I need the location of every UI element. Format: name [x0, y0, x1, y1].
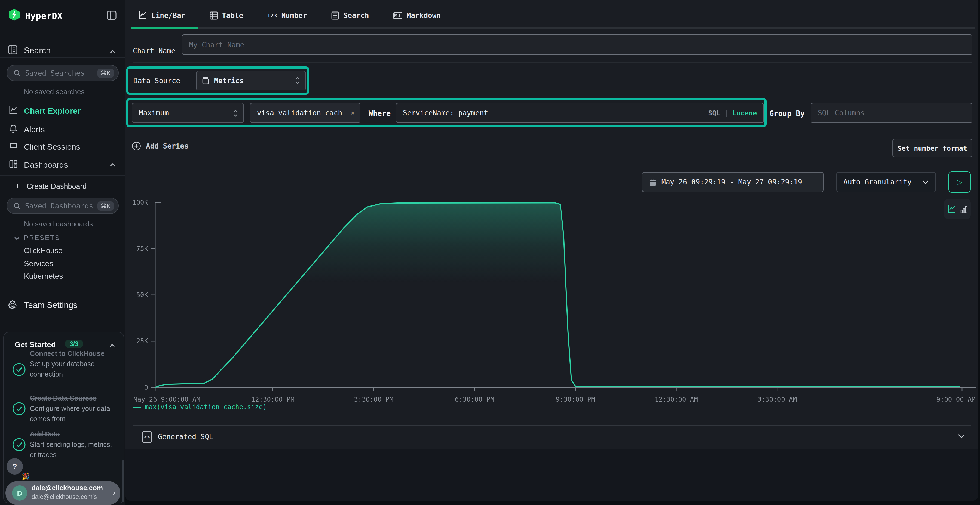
user-menu[interactable]: D dale@clickhouse.com dale@clickhouse.co…: [5, 481, 120, 505]
where-input[interactable]: ServiceName: payment SQL|Lucene: [396, 103, 764, 123]
granularity-select[interactable]: Auto Granularity: [836, 172, 936, 192]
user-email: dale@clickhouse.com: [32, 484, 103, 492]
chevron-down-icon: [922, 180, 929, 184]
avatar: D: [12, 485, 27, 501]
tab-label: Line/Bar: [151, 11, 185, 19]
number-123-icon: 123: [267, 12, 277, 18]
lucene-toggle[interactable]: Lucene: [732, 109, 757, 117]
sidebar-collapse-icon[interactable]: [107, 10, 116, 20]
chevron-up-icon[interactable]: [109, 48, 116, 56]
aggregation-select[interactable]: Maximum: [132, 103, 244, 123]
data-source-select[interactable]: Metrics: [196, 71, 306, 91]
line-chart-icon: [138, 11, 147, 20]
set-number-format-button[interactable]: Set number format: [892, 139, 972, 157]
data-source-label: Data Source: [134, 77, 180, 85]
sidebar-item-label: Chart Explorer: [24, 106, 81, 115]
metric-chip[interactable]: visa_validation_cach ✕: [250, 103, 360, 123]
add-series-button[interactable]: Add Series: [132, 141, 189, 151]
get-started-item-title: Connect to ClickHouse: [30, 349, 117, 359]
where-value: ServiceName: payment: [403, 109, 488, 117]
no-saved-searches-text: No saved searches: [24, 87, 85, 96]
user-subtitle: dale@clickhouse.com's: [32, 494, 97, 500]
preset-services[interactable]: Services: [24, 259, 53, 268]
chart-legend[interactable]: max(visa_validation_cache.size): [134, 403, 267, 411]
no-saved-dashboards-text: No saved dashboards: [24, 220, 93, 228]
create-dashboard-button[interactable]: + Create Dashboard: [15, 181, 87, 191]
saved-dashboards-input[interactable]: Saved Dashboards ⌘K: [6, 197, 119, 214]
tab-table[interactable]: Table: [202, 4, 251, 26]
generated-sql-label: Generated SQL: [158, 433, 213, 441]
svg-text:12:30:00 AM: 12:30:00 AM: [655, 395, 698, 403]
svg-text:25K: 25K: [136, 337, 148, 345]
tab-label: Search: [344, 11, 369, 19]
sidebar-item-chart-explorer[interactable]: Chart Explorer: [0, 103, 125, 119]
check-circle-icon: [12, 362, 26, 376]
sidebar: HyperDX Search Saved Searches ⌘K No save…: [0, 0, 125, 505]
group-by-label: Group By: [769, 109, 805, 118]
sidebar-scrollbar[interactable]: [123, 460, 124, 502]
divider: [133, 62, 972, 63]
chevron-down-icon[interactable]: [958, 434, 965, 438]
tab-markdown[interactable]: Markdown: [385, 4, 449, 26]
sql-toggle[interactable]: SQL: [708, 109, 720, 117]
document-list-icon: [331, 11, 339, 19]
svg-text:3:30:00 AM: 3:30:00 AM: [757, 395, 797, 403]
tab-number[interactable]: 123 Number: [260, 4, 315, 26]
search-icon: [14, 202, 21, 209]
group-by-placeholder: SQL Columns: [818, 109, 865, 117]
get-started-item[interactable]: Add Data Start sending logs, metrics, or…: [30, 429, 117, 461]
close-icon[interactable]: ✕: [351, 110, 355, 116]
query-language-toggle: SQL|Lucene: [708, 109, 757, 117]
shortcut-badge: ⌘K: [97, 201, 114, 210]
chart-name-input[interactable]: My Chart Name: [182, 34, 972, 55]
get-started-item-desc: Start sending logs, metrics, or traces: [30, 440, 117, 461]
generated-sql-row[interactable]: <> Generated SQL: [125, 425, 978, 449]
saved-dashboards-placeholder: Saved Dashboards: [25, 202, 97, 210]
where-label: Where: [369, 109, 391, 118]
sidebar-item-dashboards[interactable]: Dashboards: [0, 157, 125, 173]
chevron-up-icon[interactable]: [109, 161, 116, 169]
markdown-icon: [393, 12, 402, 19]
divider: [0, 175, 125, 176]
sidebar-item-alerts[interactable]: Alerts: [0, 122, 125, 137]
sidebar-item-client-sessions[interactable]: Client Sessions: [0, 139, 125, 154]
tab-line-bar[interactable]: Line/Bar: [130, 4, 193, 26]
get-started-item[interactable]: Connect to ClickHouse Set up your databa…: [30, 349, 117, 380]
sidebar-item-team-settings[interactable]: Team Settings: [8, 299, 125, 312]
preset-kubernetes[interactable]: Kubernetes: [24, 272, 63, 280]
add-series-label: Add Series: [146, 142, 189, 150]
chevron-up-icon[interactable]: [108, 342, 116, 349]
gear-icon: [8, 300, 18, 310]
svg-text:9:30:00 PM: 9:30:00 PM: [556, 395, 595, 403]
legend-label: max(visa_validation_cache.size): [145, 403, 267, 411]
sidebar-section-search[interactable]: Search: [24, 46, 51, 56]
date-range-input[interactable]: May 26 09:29:19 - May 27 09:29:19: [642, 172, 824, 192]
select-chevrons-icon: [233, 109, 238, 117]
get-started-item-desc: Set up your database connection: [30, 359, 117, 380]
presets-header[interactable]: PRESETS: [24, 234, 60, 241]
run-query-button[interactable]: ▷: [948, 172, 971, 193]
chart-svg[interactable]: 100K75K50K25K0May 26 9:00:00 AM12:30:00 …: [125, 196, 980, 403]
sidebar-item-label: Dashboards: [24, 160, 68, 169]
bell-icon: [9, 124, 18, 133]
divider: [0, 57, 125, 58]
active-tab-underline: [130, 27, 197, 29]
party-emoji: 🎉: [22, 473, 30, 481]
saved-searches-input[interactable]: Saved Searches ⌘K: [6, 65, 119, 81]
tab-search[interactable]: Search: [323, 4, 377, 26]
code-icon: <>: [142, 431, 152, 443]
get-started-item[interactable]: Create Data Sources Configure where your…: [30, 394, 117, 424]
group-by-input[interactable]: SQL Columns: [811, 103, 972, 123]
help-button[interactable]: ?: [6, 458, 23, 475]
tab-label: Number: [282, 11, 307, 19]
data-source-value: Metrics: [214, 76, 244, 85]
check-circle-icon: [12, 438, 26, 452]
chart-type-tabs: Line/Bar Table 123 Number: [130, 4, 449, 26]
chevron-right-icon: ›: [113, 488, 115, 497]
aggregation-value: Maximum: [139, 109, 169, 117]
chevron-down-icon[interactable]: [13, 235, 21, 242]
preset-clickhouse[interactable]: ClickHouse: [24, 246, 63, 255]
get-started-title: Get Started: [15, 340, 56, 349]
tab-label: Markdown: [407, 11, 441, 19]
brand-name: HyperDX: [25, 11, 63, 21]
